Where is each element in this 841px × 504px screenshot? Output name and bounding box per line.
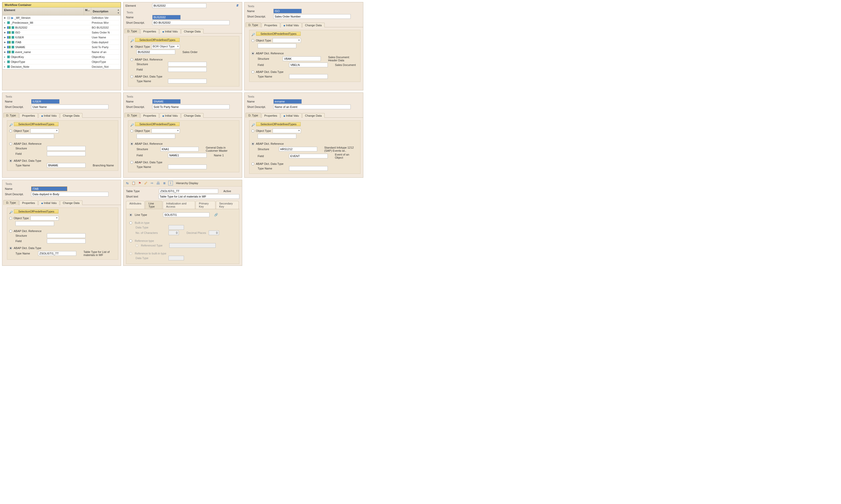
table-row[interactable]: ▸Decision_NoteDecision_Not (3, 65, 121, 69)
tab-attributes[interactable]: Attributes (126, 201, 144, 209)
tool-activate-icon[interactable]: 🖉 (143, 181, 148, 185)
radio-linetype[interactable] (129, 214, 132, 216)
panel-tabletype: ⇆ 📋 ⚑ 🖉 ⇨ 品 ≣ i Hierarchy Display Table … (123, 180, 242, 266)
struct-input[interactable] (168, 62, 207, 67)
tt-tabstrip: Attributes Line Type Initialization and … (126, 201, 239, 209)
table-row[interactable]: ▸ObjectKeyObjectKey (3, 55, 121, 59)
linetype-input[interactable] (163, 213, 209, 217)
panel-sname: Texts Name Short Descript. D. Type Prope… (123, 92, 242, 178)
shortdesc-input[interactable] (152, 20, 230, 25)
group-header: SelectionOfPredefinedTypes (135, 38, 180, 42)
tab-linetype[interactable]: Line Type (145, 201, 162, 209)
field-input[interactable] (289, 62, 328, 67)
container-rows: ▶▶_Wf_VersionDefinition Ver▸_Predecessor… (3, 15, 121, 69)
scroll-arrows[interactable]: ▴▾ (118, 8, 119, 14)
tab-changedata[interactable]: Change Data (302, 23, 325, 27)
tabletype-input[interactable] (159, 189, 218, 193)
tabstrip: D. Type Properties ◆Initial Valu Change … (124, 28, 242, 34)
panel-itab: Texts Name Short Descript. D. Type Prope… (2, 180, 121, 266)
name-input[interactable] (152, 15, 181, 20)
tool-clipboard-icon[interactable]: 📋 (131, 181, 136, 185)
table-row[interactable]: ▶ISOSales Order N (3, 30, 121, 35)
f4-icon[interactable]: ⇵ (236, 4, 240, 7)
panel-evname: Texts Name Short Descript. D. Type Prope… (244, 92, 363, 178)
status-active: Active (223, 190, 231, 193)
objecttype-dropdown[interactable]: BOR Object Type (152, 44, 180, 49)
tab-secondarykey[interactable]: Secondary Key (216, 201, 239, 209)
bor-input[interactable] (137, 50, 175, 54)
shortdesc-input[interactable] (274, 14, 351, 19)
panel-iuser: Texts Name Short Descript. D. Type Prope… (2, 92, 121, 178)
tool-hierarchy-icon[interactable]: 品 (156, 181, 160, 185)
name-input[interactable] (274, 9, 302, 13)
table-row[interactable]: ▸ObjectTypeObjectType (3, 59, 121, 65)
table-row[interactable]: ▶ITABData dsplyed (3, 40, 121, 45)
panel-workflow-container: Workflow Container Element M... Descript… (2, 2, 121, 90)
container-title: Workflow Container (2, 2, 121, 7)
radio-objecttype[interactable] (130, 45, 133, 48)
shorttext-input[interactable] (158, 194, 239, 199)
element-input[interactable] (152, 3, 206, 8)
toolbar: ⇆ 📋 ⚑ 🖉 ⇨ 品 ≣ i Hierarchy Display (123, 180, 242, 186)
struct-input[interactable] (283, 56, 321, 61)
tab-primarykey[interactable]: Primary Key (196, 201, 215, 209)
chain-icon[interactable]: 🔗 (214, 213, 218, 217)
radio-abapref[interactable] (130, 58, 133, 61)
tool-transport-icon[interactable]: ⇆ (125, 181, 129, 185)
tab-properties[interactable]: Properties (140, 29, 159, 34)
col-description[interactable]: Description (93, 10, 108, 13)
col-element[interactable]: Element (3, 7, 84, 15)
table-row[interactable]: ▶BUS2032BO BUS2032 (3, 25, 121, 30)
radio-builtin[interactable] (129, 221, 132, 224)
radio-abapref[interactable] (251, 52, 254, 55)
group-icon[interactable]: 🔎 (251, 33, 255, 36)
group-predefined-types: 🔎 SelectionOfPredefinedTypes Object Type… (128, 36, 239, 87)
objecttype-dropdown[interactable] (273, 38, 301, 43)
tool-whereused-icon[interactable]: ⇨ (150, 181, 154, 185)
tab-init[interactable]: Initialization and Access (163, 201, 195, 209)
tool-info-icon[interactable]: i (168, 181, 173, 185)
tool-append-icon[interactable]: ≣ (162, 181, 167, 185)
name-input[interactable] (31, 99, 59, 104)
tool-check-icon[interactable]: ⚑ (137, 181, 142, 185)
tab-initial: ◆Initial Valu (159, 29, 181, 34)
col-m[interactable]: M... (84, 7, 91, 15)
table-row[interactable]: ▶event_nameName of an (3, 50, 121, 55)
panel-bus2032: Element ⇵ Texts Name Short Descript. D. … (123, 2, 242, 90)
field-input[interactable] (168, 67, 207, 72)
radio-abaptype[interactable] (130, 75, 133, 78)
table-row[interactable]: ▸_Predecessor_WiPrevious Wor (3, 20, 121, 25)
table-row[interactable]: ▶▶_Wf_VersionDefinition Ver (3, 15, 121, 20)
panel-iso: Texts Name Short Descript. D. Type Prope… (244, 2, 363, 90)
table-row[interactable]: ▶SNAMESold To Party (3, 45, 121, 50)
bor-desc: Sales Order (182, 51, 198, 54)
tab-dtype[interactable]: D. Type (124, 29, 140, 34)
table-header: Element M... Description ▴▾ (3, 7, 121, 15)
group-icon[interactable]: 🔎 (130, 39, 134, 42)
tab-dtype[interactable]: D. Type (246, 22, 261, 27)
table-row[interactable]: ▶IUSERUser Name (3, 35, 121, 40)
radio-reftype[interactable] (129, 239, 132, 242)
section-texts: Texts (126, 10, 239, 14)
label-element: Element (125, 4, 149, 7)
tab-changedata[interactable]: Change Data (181, 29, 204, 34)
tab-initial[interactable]: ◆Initial Valu (281, 23, 302, 27)
radio-objecttype[interactable] (251, 39, 254, 42)
typename-input[interactable] (168, 79, 207, 84)
radio-abaptype[interactable] (251, 71, 254, 73)
tab-properties[interactable]: Properties (262, 23, 280, 27)
